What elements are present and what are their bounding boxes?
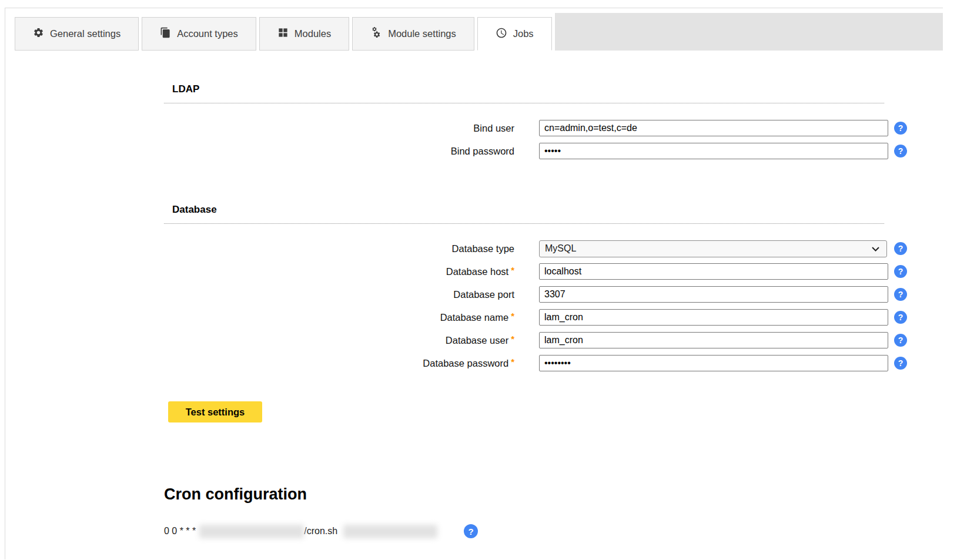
bind-password-input[interactable] <box>539 143 888 159</box>
database-host-input[interactable] <box>539 263 888 280</box>
tab-module-settings[interactable]: Module settings <box>352 17 474 51</box>
required-mark: * <box>511 311 514 321</box>
tab-label: General settings <box>50 28 121 39</box>
required-mark: * <box>511 334 514 344</box>
bind-user-row: Bind user ? <box>164 120 943 136</box>
database-password-row: Database password* ? <box>164 355 943 371</box>
database-port-row: Database port ? <box>164 286 943 303</box>
database-type-row: Database type MySQL ? <box>164 240 943 257</box>
tab-jobs[interactable]: Jobs <box>477 17 552 51</box>
selected-option: MySQL <box>545 243 576 254</box>
tab-label: Module settings <box>388 28 456 39</box>
cron-script: /cron.sh <box>304 526 337 536</box>
help-icon[interactable]: ? <box>894 145 907 157</box>
bind-user-label: Bind user <box>164 123 514 134</box>
help-icon[interactable]: ? <box>894 311 907 324</box>
database-user-row: Database user* ? <box>164 332 943 348</box>
database-type-label: Database type <box>164 243 514 254</box>
cron-configuration-title: Cron configuration <box>164 485 943 504</box>
copy-icon <box>160 27 171 41</box>
database-user-label: Database user* <box>164 335 514 346</box>
bind-password-row: Bind password ? <box>164 143 943 159</box>
grid-icon <box>277 27 289 41</box>
bind-user-input[interactable] <box>539 120 888 136</box>
help-icon[interactable]: ? <box>894 122 907 135</box>
clock-icon <box>496 27 507 41</box>
chevron-down-icon <box>872 243 879 254</box>
help-icon[interactable]: ? <box>894 265 907 278</box>
required-mark: * <box>511 265 514 275</box>
database-password-input[interactable] <box>539 355 888 371</box>
database-user-input[interactable] <box>539 332 888 348</box>
ldap-form: Bind user ? Bind password ? <box>164 120 943 159</box>
tab-general-settings[interactable]: General settings <box>15 17 139 51</box>
cron-schedule: 0 0 * * * <box>164 526 196 536</box>
database-host-label: Database host* <box>164 266 514 277</box>
required-mark: * <box>511 357 514 367</box>
tab-bar: General settings Account types Modules M… <box>5 8 943 51</box>
tab-label: Jobs <box>513 28 534 39</box>
database-port-label: Database port <box>164 289 514 300</box>
gears-icon <box>370 27 382 41</box>
database-port-input[interactable] <box>539 286 888 303</box>
help-icon[interactable]: ? <box>894 357 907 370</box>
tab-label: Modules <box>295 28 331 39</box>
database-name-label: Database name* <box>164 312 514 323</box>
redacted-args <box>343 525 437 538</box>
help-icon[interactable]: ? <box>894 242 907 255</box>
tab-label: Account types <box>177 28 238 39</box>
tabstrip-filler <box>555 13 943 51</box>
tab-account-types[interactable]: Account types <box>142 17 256 51</box>
database-section-title: Database <box>164 204 884 224</box>
help-icon[interactable]: ? <box>894 334 907 347</box>
tab-modules[interactable]: Modules <box>259 17 349 51</box>
help-icon[interactable]: ? <box>894 288 907 301</box>
bind-password-label: Bind password <box>164 146 514 157</box>
settings-page: General settings Account types Modules M… <box>5 8 943 559</box>
database-type-select[interactable]: MySQL <box>539 240 887 257</box>
database-password-label: Database password* <box>164 358 514 369</box>
help-icon[interactable]: ? <box>464 524 478 538</box>
database-host-row: Database host* ? <box>164 263 943 280</box>
database-name-input[interactable] <box>539 309 888 326</box>
gear-icon <box>33 27 44 41</box>
database-name-row: Database name* ? <box>164 309 943 326</box>
redacted-path <box>199 525 304 538</box>
database-form: Database type MySQL ? Database host* ? D… <box>164 240 943 371</box>
test-settings-button[interactable]: Test settings <box>168 401 262 422</box>
ldap-section-title: LDAP <box>164 83 884 103</box>
cron-command-line: 0 0 * * * /cron.sh ? <box>164 524 943 538</box>
